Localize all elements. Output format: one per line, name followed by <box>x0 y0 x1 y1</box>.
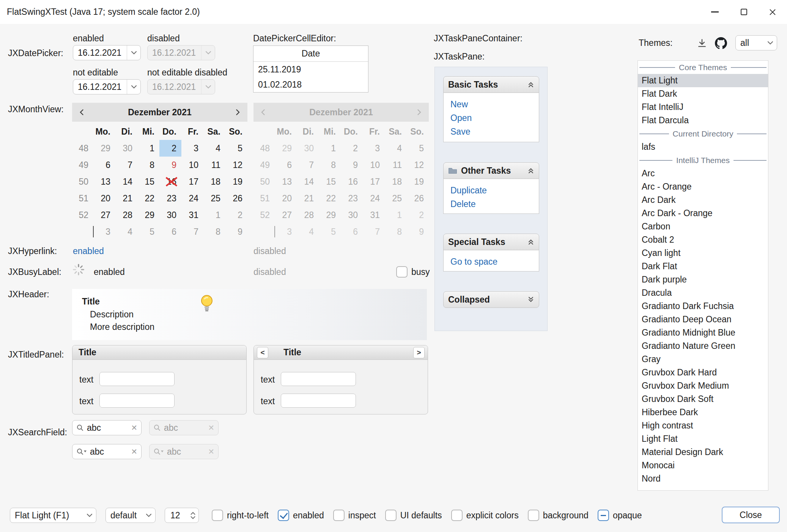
calendar-day[interactable]: 19 <box>225 173 247 190</box>
double-chevron-up-icon[interactable] <box>527 167 534 174</box>
double-chevron-up-icon[interactable] <box>527 81 534 88</box>
laf-combo[interactable]: Flat Light (F1) <box>10 508 96 523</box>
checkbox-explicit-colors-box[interactable] <box>451 510 463 521</box>
hyperlink-enabled[interactable]: enabled <box>73 246 104 256</box>
font-size-spinner[interactable]: 12 <box>165 508 199 523</box>
calendar-day[interactable]: 5 <box>225 140 247 157</box>
calendar-day[interactable]: 21 <box>115 190 137 207</box>
calendar-day[interactable]: 22 <box>137 190 159 207</box>
calendar-day[interactable]: 31 <box>181 207 203 223</box>
calendar-day[interactable]: 18 <box>203 173 225 190</box>
calendar-day[interactable]: 3 <box>93 223 115 240</box>
theme-list-item[interactable]: Gradianto Dark Fuchsia <box>638 300 768 313</box>
clear-search-icon[interactable]: ✕ <box>131 448 137 455</box>
text-input[interactable] <box>99 372 175 386</box>
calendar-day[interactable]: 13 <box>93 173 115 190</box>
theme-list[interactable]: Core ThemesFlat LightFlat DarkFlat Intel… <box>637 60 768 491</box>
font-combo[interactable]: default <box>105 508 156 523</box>
checkbox-enabled[interactable]: enabled <box>278 510 324 521</box>
checkbox-ui-defaults-box[interactable] <box>385 510 397 521</box>
theme-list-item[interactable]: Gruvbox Dark Soft <box>638 392 768 406</box>
searchfield-value[interactable]: abc <box>87 423 128 433</box>
minimize-button[interactable] <box>700 0 729 24</box>
searchfield-value[interactable]: abc <box>90 447 128 457</box>
theme-list-item[interactable]: Dracula <box>638 286 768 300</box>
datepicker-enabled[interactable]: 16.12.2021 <box>73 45 141 60</box>
calendar-day[interactable]: 5 <box>137 223 159 240</box>
checkbox-busy[interactable]: busy <box>396 266 430 278</box>
theme-list-item[interactable]: Arc <box>638 167 768 180</box>
theme-list-item[interactable]: Gradianto Midnight Blue <box>638 326 768 339</box>
theme-list-item[interactable]: Flat Dark <box>638 87 768 100</box>
checkbox-busy-box[interactable] <box>396 266 408 278</box>
taskpane-header[interactable]: Collapsed <box>443 291 539 308</box>
titledpanel-prev-button[interactable]: < <box>257 347 268 358</box>
theme-list-item[interactable]: Material Design Dark <box>638 446 768 459</box>
checkbox-background-box[interactable] <box>528 510 539 521</box>
calendar-day[interactable]: 2 <box>159 140 181 157</box>
calendar-day[interactable]: 29 <box>93 140 115 157</box>
calendar-day[interactable]: 8 <box>203 223 225 240</box>
calendar-day[interactable]: 27 <box>93 207 115 223</box>
calendar-day[interactable]: 29 <box>137 207 159 223</box>
spinner-value[interactable]: 12 <box>165 508 187 523</box>
theme-list-item[interactable]: Dark Flat <box>638 260 768 273</box>
taskpane-link[interactable]: Save <box>450 125 539 138</box>
theme-list-item[interactable]: Flat Darcula <box>638 114 768 127</box>
theme-list-item[interactable]: Gruvbox Dark Medium <box>638 379 768 392</box>
theme-list-item[interactable]: High contrast <box>638 419 768 432</box>
calendar-day[interactable]: 3 <box>181 140 203 157</box>
calendar-day[interactable]: 2 <box>225 207 247 223</box>
close-window-button[interactable] <box>758 0 787 24</box>
calendar-day[interactable]: 26 <box>225 190 247 207</box>
taskpane-link[interactable]: Duplicate <box>450 184 539 197</box>
checkbox-explicit-colors[interactable]: explicit colors <box>451 510 519 521</box>
calendar-day[interactable]: 25 <box>203 190 225 207</box>
themes-filter-combo[interactable]: all <box>735 35 777 50</box>
checkbox-opaque-box[interactable] <box>598 510 609 521</box>
download-themes-button[interactable] <box>694 36 710 51</box>
clear-search-icon[interactable]: ✕ <box>131 424 137 432</box>
theme-list-item[interactable]: Cobalt 2 <box>638 233 768 246</box>
calendar-day[interactable]: 9 <box>225 223 247 240</box>
theme-list-item[interactable]: Arc - Orange <box>638 180 768 193</box>
taskpane-link[interactable]: Open <box>450 111 539 125</box>
checkbox-inspect[interactable]: inspect <box>333 510 376 521</box>
taskpane-header[interactable]: Other Tasks <box>443 162 539 179</box>
calendar-day[interactable]: 24 <box>181 190 203 207</box>
calendar-day[interactable]: 7 <box>181 223 203 240</box>
titledpanel-next-button[interactable]: > <box>413 347 425 358</box>
theme-list-item[interactable]: Monocai <box>638 459 768 472</box>
calendar-day[interactable]: 1 <box>203 207 225 223</box>
calendar-day[interactable]: 11 <box>203 157 225 173</box>
theme-list-item[interactable]: Gruvbox Dark Hard <box>638 366 768 379</box>
spinner-buttons[interactable] <box>187 508 198 523</box>
theme-list-item[interactable]: Gradianto Nature Green <box>638 339 768 353</box>
calendar-day[interactable]: 30 <box>115 140 137 157</box>
checkbox-ui-defaults[interactable]: UI defaults <box>385 510 442 521</box>
calendar-day[interactable]: 9 <box>159 157 181 173</box>
datepicker-value[interactable]: 16.12.2021 <box>73 82 127 92</box>
theme-list-item[interactable]: Nord <box>638 472 768 485</box>
theme-list-item[interactable]: Gray <box>638 353 768 366</box>
table-column-header[interactable]: Date <box>253 46 368 62</box>
previous-month-button[interactable] <box>77 108 87 117</box>
calendar-day[interactable]: 17 <box>181 173 203 190</box>
text-input[interactable] <box>281 394 356 408</box>
datepicker-value[interactable]: 16.12.2021 <box>73 48 127 58</box>
taskpane-link[interactable]: New <box>450 97 539 111</box>
theme-list-item[interactable]: Flat Light <box>638 74 768 87</box>
next-month-button[interactable] <box>233 108 242 117</box>
theme-list-item[interactable]: Flat IntelliJ <box>638 100 768 114</box>
calendar-day[interactable]: 1 <box>137 140 159 157</box>
close-button[interactable]: Close <box>722 507 780 523</box>
datepicker-not-editable[interactable]: 16.12.2021 <box>73 79 141 94</box>
theme-list-item[interactable]: Arc Dark <box>638 193 768 207</box>
checkbox-opaque[interactable]: opaque <box>598 510 642 521</box>
table-row[interactable]: 25.11.2019 <box>253 62 368 77</box>
theme-list-item[interactable]: Arc Dark - Orange <box>638 207 768 220</box>
calendar-day[interactable]: 15 <box>137 173 159 190</box>
magnifier-menu-icon[interactable] <box>76 448 87 455</box>
taskpane-header[interactable]: Special Tasks <box>443 234 539 250</box>
theme-list-item[interactable]: Cyan light <box>638 246 768 260</box>
